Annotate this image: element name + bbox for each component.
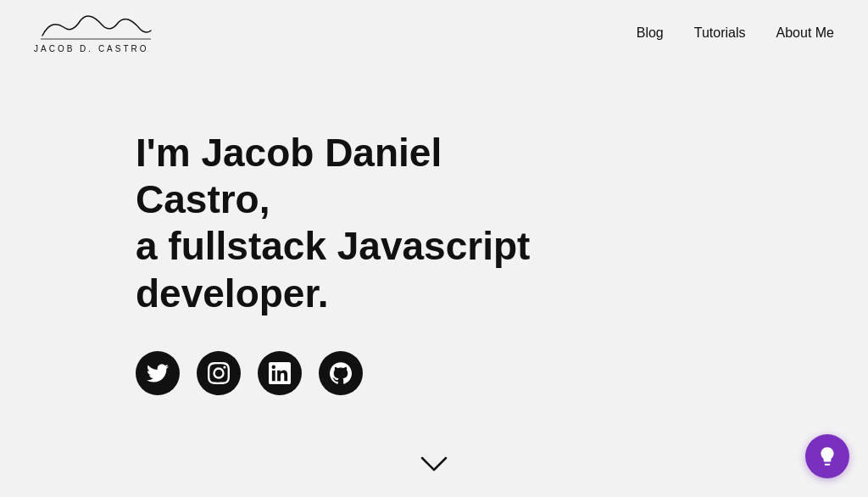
- nav-blog[interactable]: Blog: [637, 25, 664, 41]
- logo-name-text: JACOB D. CASTRO: [34, 44, 149, 53]
- logo-area: JACOB D. CASTRO: [34, 12, 153, 53]
- twitter-icon-button[interactable]: [136, 351, 180, 395]
- hero-section: I'm Jacob Daniel Castro, a fullstack Jav…: [0, 62, 868, 395]
- signature-logo: [34, 12, 153, 42]
- twitter-icon: [147, 362, 169, 384]
- linkedin-icon: [269, 362, 291, 384]
- nav-about[interactable]: About Me: [776, 25, 834, 41]
- linkedin-icon-button[interactable]: [258, 351, 302, 395]
- site-header: JACOB D. CASTRO Blog Tutorials About Me: [0, 0, 868, 62]
- instagram-icon: [208, 362, 230, 384]
- lightbulb-button[interactable]: [805, 434, 849, 478]
- social-icons: [136, 351, 868, 395]
- github-icon-button[interactable]: [319, 351, 363, 395]
- chevron-down-icon: [420, 455, 448, 473]
- instagram-icon-button[interactable]: [197, 351, 241, 395]
- nav-tutorials[interactable]: Tutorials: [694, 25, 746, 41]
- hero-title: I'm Jacob Daniel Castro, a fullstack Jav…: [136, 130, 542, 317]
- github-icon: [330, 362, 352, 384]
- lightbulb-icon: [816, 445, 838, 467]
- main-nav: Blog Tutorials About Me: [637, 25, 834, 41]
- scroll-down-button[interactable]: [420, 455, 448, 473]
